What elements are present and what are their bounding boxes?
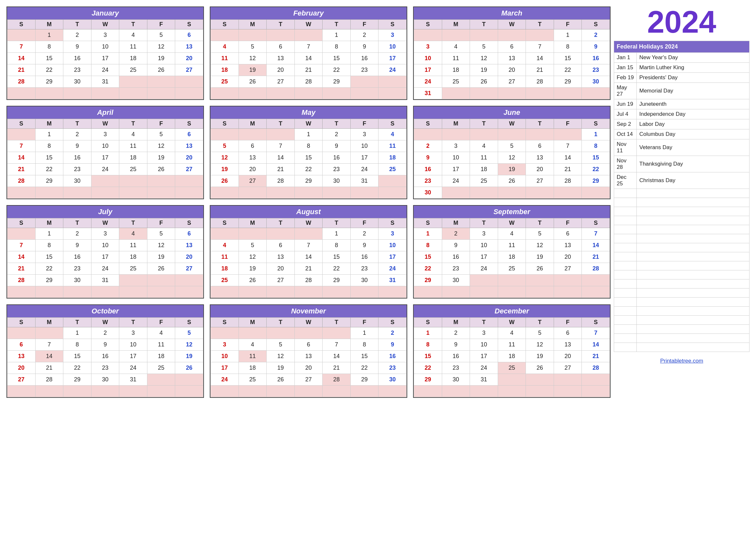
day-cell: 16 <box>582 53 610 64</box>
day-cell: 19 <box>470 64 498 76</box>
day-cell: 8 <box>414 240 442 251</box>
day-header-W-3: W <box>498 119 526 129</box>
day-cell: 17 <box>119 351 148 362</box>
day-cell: 16 <box>442 351 470 362</box>
day-cell: 4 <box>378 129 407 140</box>
day-cell: 7 <box>582 327 610 339</box>
day-cell: 18 <box>498 351 526 362</box>
empty-cell <box>637 279 749 289</box>
day-header-S-0: S <box>211 318 239 327</box>
month-header-may: May <box>210 106 407 119</box>
day-cell: 7 <box>323 339 351 351</box>
day-cell <box>526 385 554 397</box>
day-cell: 30 <box>323 175 351 187</box>
day-cell <box>470 29 498 41</box>
day-header-W-3: W <box>91 218 119 228</box>
day-cell <box>470 286 498 298</box>
day-cell: 19 <box>238 263 267 275</box>
empty-holiday-row <box>614 189 749 198</box>
day-cell <box>147 385 175 397</box>
day-cell: 30 <box>582 76 610 88</box>
day-cell <box>267 286 295 298</box>
cal-table-august: SMTWTFS123456789101112131415161718192021… <box>210 218 407 298</box>
day-cell: 12 <box>238 251 267 263</box>
day-cell: 20 <box>554 351 582 362</box>
day-cell: 2 <box>323 129 351 140</box>
day-cell: 14 <box>526 53 554 64</box>
cal-table-october: SMTWTFS123456789101112131415161718192021… <box>7 317 203 397</box>
day-cell <box>238 385 267 397</box>
day-cell: 22 <box>35 263 63 275</box>
day-cell: 29 <box>35 76 63 88</box>
day-cell: 1 <box>554 29 582 41</box>
day-header-W-3: W <box>91 119 119 129</box>
empty-cell <box>614 334 637 343</box>
day-cell: 15 <box>582 152 610 164</box>
holidays-header: Federal Holidays 2024 <box>614 41 749 53</box>
day-cell: 4 <box>211 41 239 53</box>
day-cell: 2 <box>63 228 92 240</box>
day-cell <box>8 286 36 298</box>
empty-holiday-row <box>614 316 749 325</box>
day-cell: 20 <box>294 362 323 374</box>
day-cell: 15 <box>35 152 63 164</box>
day-cell <box>147 76 175 88</box>
day-cell: 31 <box>350 175 378 187</box>
day-cell <box>147 187 175 199</box>
empty-holiday-row <box>614 307 749 316</box>
day-cell: 4 <box>470 140 498 152</box>
cal-table-march: SMTWTFS123456789101112131415161718192021… <box>414 19 610 99</box>
day-cell: 1 <box>323 29 351 41</box>
day-cell: 11 <box>211 251 239 263</box>
day-header-F-5: F <box>554 20 582 29</box>
day-cell: 16 <box>63 152 92 164</box>
day-cell: 17 <box>378 53 407 64</box>
day-cell: 13 <box>175 41 203 53</box>
day-cell: 1 <box>323 228 351 240</box>
day-header-F-5: F <box>350 119 378 129</box>
day-header-S-6: S <box>582 119 610 129</box>
day-cell: 28 <box>554 175 582 187</box>
day-cell: 27 <box>526 175 554 187</box>
day-cell: 16 <box>378 351 407 362</box>
holiday-date: Jan 1 <box>614 53 637 63</box>
day-cell: 12 <box>526 339 554 351</box>
day-cell: 25 <box>442 76 470 88</box>
day-cell <box>582 286 610 298</box>
holiday-date: Jan 15 <box>614 63 637 73</box>
day-cell: 20 <box>238 164 267 175</box>
empty-cell <box>614 252 637 261</box>
day-cell: 18 <box>442 64 470 76</box>
day-cell: 6 <box>554 228 582 240</box>
day-cell: 29 <box>323 275 351 286</box>
day-cell: 27 <box>554 263 582 275</box>
day-cell: 3 <box>91 29 119 41</box>
day-header-S-6: S <box>582 318 610 327</box>
day-header-S-6: S <box>175 318 203 327</box>
day-cell <box>526 187 554 199</box>
day-cell <box>554 275 582 286</box>
day-cell: 13 <box>238 152 267 164</box>
day-cell: 14 <box>8 152 36 164</box>
day-cell: 17 <box>442 164 470 175</box>
empty-cell <box>614 225 637 234</box>
day-cell: 3 <box>470 327 498 339</box>
website-link[interactable]: Printabletree.com <box>614 358 749 364</box>
day-header-M-1: M <box>35 20 63 29</box>
day-cell <box>526 286 554 298</box>
day-cell <box>63 286 92 298</box>
day-cell: 11 <box>238 351 267 362</box>
holiday-date: Sep 2 <box>614 119 637 129</box>
day-cell: 21 <box>294 263 323 275</box>
day-cell: 23 <box>442 362 470 374</box>
day-cell: 20 <box>175 152 203 164</box>
day-cell: 30 <box>63 275 92 286</box>
day-cell <box>267 29 295 41</box>
day-cell: 2 <box>63 129 92 140</box>
day-cell <box>498 275 526 286</box>
day-cell: 27 <box>175 164 203 175</box>
day-header-T-2: T <box>63 20 92 29</box>
day-cell: 27 <box>238 175 267 187</box>
day-cell: 17 <box>470 351 498 362</box>
day-header-T-4: T <box>323 218 351 228</box>
